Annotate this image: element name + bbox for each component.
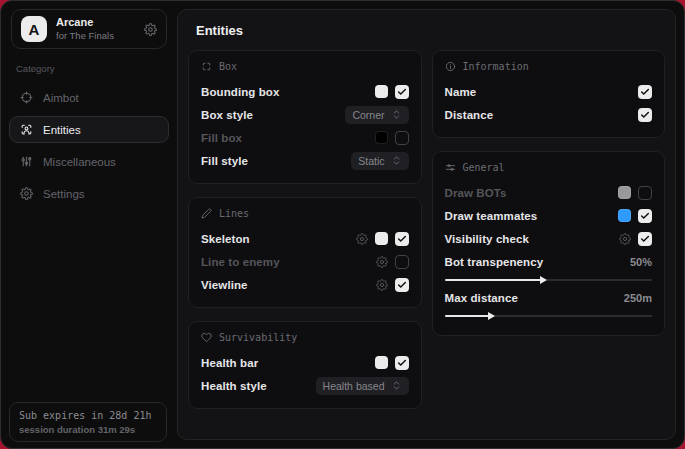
lines-row-line-to-enemy: Line to enemy xyxy=(201,251,409,272)
app-window: A Arcane for The Finals Category AimbotE… xyxy=(0,0,685,449)
bot-transpenency-label: Bot transpenency xyxy=(445,256,544,268)
max-distance-label: Max distance xyxy=(445,292,518,304)
sidebar-item-miscellaneous[interactable]: Miscellaneous xyxy=(9,148,169,175)
lines-row-viewline: Viewline xyxy=(201,274,409,295)
bot-transpenency-slider-thumb[interactable] xyxy=(540,276,547,284)
panel-general: GeneralDraw BOTsDraw teammatesVisibility… xyxy=(432,151,666,336)
sidebar-item-entities[interactable]: Entities xyxy=(9,116,169,143)
draw-teammates-color-swatch[interactable] xyxy=(618,209,631,222)
skeleton-checkbox[interactable] xyxy=(395,232,409,246)
chevrons-up-down-icon xyxy=(391,380,402,391)
general-row-draw-teammates: Draw teammates xyxy=(445,205,653,226)
fill-box-color-swatch[interactable] xyxy=(375,131,388,144)
gear-icon xyxy=(144,23,157,36)
draw-teammates-controls xyxy=(618,209,652,223)
name-controls xyxy=(638,85,652,99)
bounding-box-label: Bounding box xyxy=(201,86,280,98)
heart-icon xyxy=(201,332,212,343)
draw-bots-controls xyxy=(618,186,652,200)
max-distance-value: 250m xyxy=(624,292,652,304)
panel-lines: LinesSkeletonLine to enemyViewline xyxy=(188,197,422,308)
box-row-fill-box: Fill box xyxy=(201,127,409,148)
general-row-max-distance: Max distance250m xyxy=(445,287,653,308)
max-distance-slider[interactable] xyxy=(445,315,653,317)
visibility-check-checkbox[interactable] xyxy=(638,232,652,246)
box-style-dropdown[interactable]: Corner xyxy=(345,106,408,124)
panel-survivability-header: Survivability xyxy=(201,332,409,343)
draw-teammates-checkbox[interactable] xyxy=(638,209,652,223)
bounding-box-color-swatch[interactable] xyxy=(375,85,388,98)
sidebar-item-settings[interactable]: Settings xyxy=(9,180,169,207)
visibility-check-controls xyxy=(619,232,652,246)
main-content: Entities BoxBounding boxBox styleCornerF… xyxy=(177,9,676,440)
line-to-enemy-controls xyxy=(376,255,409,269)
panel-title: Information xyxy=(463,61,529,72)
sidebar-item-label: Miscellaneous xyxy=(43,156,116,168)
fill-box-checkbox[interactable] xyxy=(395,131,409,145)
draw-bots-checkbox[interactable] xyxy=(638,186,652,200)
page-title: Entities xyxy=(196,23,665,38)
bounding-box-checkbox[interactable] xyxy=(395,85,409,99)
crosshair-icon xyxy=(20,91,33,104)
max-distance-slider-thumb[interactable] xyxy=(488,312,495,320)
panel-general-header: General xyxy=(445,162,653,173)
brand-gear-slot[interactable] xyxy=(144,23,157,36)
sidebar-item-label: Aimbot xyxy=(43,92,79,104)
sub-expiry-text: Sub expires in 28d 21h xyxy=(19,410,157,421)
health-style-dropdown-value: Health based xyxy=(323,380,385,392)
health-bar-color-swatch[interactable] xyxy=(375,356,388,369)
category-label: Category xyxy=(16,63,162,74)
visibility-check-label: Visibility check xyxy=(445,233,530,245)
panel-box: BoxBounding boxBox styleCornerFill boxFi… xyxy=(188,50,422,184)
health-bar-label: Health bar xyxy=(201,357,258,369)
viewline-controls xyxy=(376,278,409,292)
viewline-checkbox[interactable] xyxy=(395,278,409,292)
session-duration-text: session duration 31m 29s xyxy=(19,424,157,435)
scan-person-icon xyxy=(20,123,33,136)
right-column: InformationNameDistanceGeneralDraw BOTsD… xyxy=(432,50,666,336)
fill-style-controls: Static xyxy=(351,152,408,170)
draw-bots-color-swatch[interactable] xyxy=(618,186,631,199)
skeleton-label: Skeleton xyxy=(201,233,250,245)
visibility-check-gear-icon[interactable] xyxy=(619,233,631,245)
health-style-dropdown[interactable]: Health based xyxy=(316,377,409,395)
lines-row-skeleton: Skeleton xyxy=(201,228,409,249)
survivability-row-health-bar: Health bar xyxy=(201,352,409,373)
box-style-label: Box style xyxy=(201,109,253,121)
fill-style-dropdown[interactable]: Static xyxy=(351,152,408,170)
health-style-label: Health style xyxy=(201,380,267,392)
bot-transpenency-slider-fill xyxy=(445,279,543,281)
box-row-fill-style: Fill styleStatic xyxy=(201,150,409,171)
panel-title: Box xyxy=(219,61,237,72)
health-bar-checkbox[interactable] xyxy=(395,356,409,370)
skeleton-color-swatch[interactable] xyxy=(375,232,388,245)
max-distance-controls: 250m xyxy=(624,292,652,304)
fill-style-label: Fill style xyxy=(201,155,248,167)
gear-icon xyxy=(20,187,33,200)
sidebar-item-aimbot[interactable]: Aimbot xyxy=(9,84,169,111)
panel-information: InformationNameDistance xyxy=(432,50,666,138)
subscription-card: Sub expires in 28d 21h session duration … xyxy=(9,402,167,442)
left-column: BoxBounding boxBox styleCornerFill boxFi… xyxy=(188,50,422,409)
health-bar-controls xyxy=(375,356,409,370)
chevrons-up-down-icon xyxy=(391,109,402,120)
bot-transpenency-slider[interactable] xyxy=(445,279,653,281)
viewline-label: Viewline xyxy=(201,279,248,291)
skeleton-gear-icon[interactable] xyxy=(356,233,368,245)
draw-bots-label: Draw BOTs xyxy=(445,187,507,199)
panel-title: General xyxy=(463,162,505,173)
viewline-gear-icon[interactable] xyxy=(376,279,388,291)
skeleton-controls xyxy=(356,232,409,246)
panel-title: Lines xyxy=(219,208,249,219)
fill-box-controls xyxy=(375,131,409,145)
chevrons-up-down-icon xyxy=(391,155,402,166)
line-to-enemy-gear-icon[interactable] xyxy=(376,256,388,268)
bot-transpenency-value: 50% xyxy=(630,256,652,268)
name-checkbox[interactable] xyxy=(638,85,652,99)
line-to-enemy-checkbox[interactable] xyxy=(395,255,409,269)
box-style-dropdown-value: Corner xyxy=(352,109,384,121)
max-distance-slider-fill xyxy=(445,315,491,317)
distance-checkbox[interactable] xyxy=(638,108,652,122)
general-row-draw-bots: Draw BOTs xyxy=(445,182,653,203)
general-row-visibility-check: Visibility check xyxy=(445,228,653,249)
